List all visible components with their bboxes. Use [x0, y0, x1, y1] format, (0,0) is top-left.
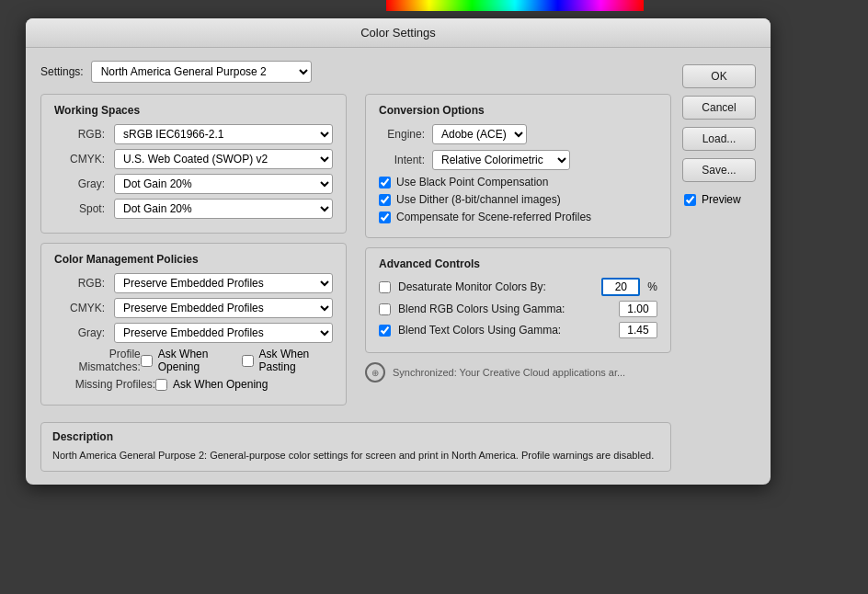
intent-select[interactable]: Relative Colorimetric Perceptual Saturat…	[432, 150, 570, 170]
profile-mismatches-label: Profile Mismatches:	[54, 348, 141, 373]
dither-label: Use Dither (8-bit/channel images)	[396, 193, 561, 206]
scene-referred-row: Compensate for Scene-referred Profiles	[379, 211, 657, 223]
settings-label: Settings:	[40, 65, 84, 78]
description-title: Description	[52, 430, 659, 443]
color-settings-dialog: Color Settings Settings: North America G…	[26, 18, 771, 485]
two-col-layout: Working Spaces RGB: sRGB IEC61966-2.1 Ad…	[40, 94, 671, 415]
blend-rgb-input[interactable]	[619, 301, 657, 317]
cancel-button[interactable]: Cancel	[682, 96, 756, 120]
working-spaces-section: Working Spaces RGB: sRGB IEC61966-2.1 Ad…	[40, 94, 347, 234]
dialog-titlebar: Color Settings	[26, 18, 771, 48]
spot-label: Spot:	[54, 202, 105, 215]
blend-text-row: Blend Text Colors Using Gamma:	[379, 322, 657, 338]
scene-referred-label: Compensate for Scene-referred Profiles	[396, 211, 591, 223]
dialog-body: Settings: North America General Purpose …	[26, 48, 771, 485]
desaturate-input[interactable]	[601, 278, 640, 296]
cm-rgb-row: RGB: Preserve Embedded Profiles Convert …	[54, 273, 333, 293]
preview-checkbox[interactable]	[684, 194, 696, 206]
cmyk-label: CMYK:	[54, 153, 105, 166]
ask-pasting-checkbox[interactable]	[242, 355, 254, 367]
conversion-options-title: Conversion Options	[379, 104, 657, 117]
right-panel: Conversion Options Engine: Adobe (ACE) A…	[365, 94, 671, 415]
preview-label: Preview	[702, 193, 741, 206]
dither-row: Use Dither (8-bit/channel images)	[379, 193, 657, 206]
color-management-title: Color Management Policies	[54, 253, 333, 266]
cm-gray-select[interactable]: Preserve Embedded Profiles Convert to Wo…	[114, 323, 333, 343]
cm-cmyk-row: CMYK: Preserve Embedded Profiles Convert…	[54, 298, 333, 318]
dialog-title: Color Settings	[360, 26, 436, 40]
description-text: North America General Purpose 2: General…	[52, 448, 659, 463]
dialog-main: Settings: North America General Purpose …	[40, 61, 671, 472]
blend-rgb-row: Blend RGB Colors Using Gamma:	[379, 301, 657, 317]
ok-button[interactable]: OK	[682, 64, 756, 88]
settings-row: Settings: North America General Purpose …	[40, 61, 671, 83]
black-point-row: Use Black Point Compensation	[379, 176, 657, 188]
sync-icon: ⊕	[365, 362, 385, 383]
ask-opening-missing-checkbox[interactable]	[155, 379, 167, 391]
conversion-options-section: Conversion Options Engine: Adobe (ACE) A…	[365, 94, 671, 238]
cm-gray-row: Gray: Preserve Embedded Profiles Convert…	[54, 323, 333, 343]
advanced-controls-section: Advanced Controls Desaturate Monitor Col…	[365, 247, 671, 353]
blend-rgb-label: Blend RGB Colors Using Gamma:	[398, 303, 611, 315]
ask-when-opening-mismatch: Ask When Opening	[158, 348, 236, 373]
cm-rgb-select[interactable]: Preserve Embedded Profiles Convert to Wo…	[114, 273, 333, 293]
dither-checkbox[interactable]	[379, 194, 391, 206]
color-bar	[386, 0, 644, 11]
cm-cmyk-select[interactable]: Preserve Embedded Profiles Convert to Wo…	[114, 298, 333, 318]
settings-dropdown[interactable]: North America General Purpose 2 North Am…	[91, 61, 312, 83]
blend-text-input[interactable]	[619, 322, 657, 338]
desaturate-label: Desaturate Monitor Colors By:	[398, 280, 594, 293]
blend-text-label: Blend Text Colors Using Gamma:	[398, 324, 611, 337]
cm-rgb-label: RGB:	[54, 277, 105, 290]
ask-when-pasting: Ask When Pasting	[259, 348, 333, 373]
profile-mismatches-row: Profile Mismatches: Ask When Opening Ask…	[54, 348, 333, 373]
blend-text-checkbox[interactable]	[379, 325, 391, 337]
color-management-section: Color Management Policies RGB: Preserve …	[40, 243, 347, 406]
spot-field-row: Spot: Dot Gain 20% Dot Gain 10%	[54, 199, 333, 219]
spot-select[interactable]: Dot Gain 20% Dot Gain 10%	[114, 199, 333, 219]
desaturate-row: Desaturate Monitor Colors By: %	[379, 278, 657, 296]
cm-cmyk-label: CMYK:	[54, 302, 105, 314]
black-point-checkbox[interactable]	[379, 177, 391, 188]
missing-profiles-row: Missing Profiles: Ask When Opening	[54, 378, 333, 391]
intent-row: Intent: Relative Colorimetric Perceptual…	[379, 150, 657, 170]
black-point-label: Use Black Point Compensation	[396, 176, 548, 188]
ask-opening-mismatch-checkbox[interactable]	[141, 355, 153, 367]
engine-label: Engine:	[379, 128, 425, 141]
blend-rgb-checkbox[interactable]	[379, 303, 391, 315]
sync-row: ⊕ Synchronized: Your Creative Cloud appl…	[365, 362, 671, 383]
missing-profiles-label: Missing Profiles:	[54, 378, 155, 391]
rgb-label: RGB:	[54, 128, 105, 141]
desaturate-unit: %	[647, 280, 657, 293]
sync-text: Synchronized: Your Creative Cloud applic…	[393, 367, 625, 378]
gray-field-row: Gray: Dot Gain 20% Dot Gain 10%	[54, 174, 333, 194]
engine-select[interactable]: Adobe (ACE) Apple CMM	[432, 124, 527, 144]
scene-referred-checkbox[interactable]	[379, 211, 391, 223]
gray-label: Gray:	[54, 177, 105, 190]
load-button[interactable]: Load...	[682, 127, 756, 151]
left-panel: Working Spaces RGB: sRGB IEC61966-2.1 Ad…	[40, 94, 347, 415]
description-section: Description North America General Purpos…	[40, 422, 671, 472]
cmyk-field-row: CMYK: U.S. Web Coated (SWOP) v2 U.S. She…	[54, 149, 333, 169]
preview-row: Preview	[682, 193, 756, 206]
advanced-controls-title: Advanced Controls	[379, 257, 657, 270]
engine-row: Engine: Adobe (ACE) Apple CMM	[379, 124, 657, 144]
rgb-field-row: RGB: sRGB IEC61966-2.1 Adobe RGB (1998)	[54, 124, 333, 144]
dialog-buttons: OK Cancel Load... Save... Preview	[682, 61, 756, 472]
cmyk-select[interactable]: U.S. Web Coated (SWOP) v2 U.S. Sheetfed …	[114, 149, 333, 169]
gray-select[interactable]: Dot Gain 20% Dot Gain 10%	[114, 174, 333, 194]
save-button[interactable]: Save...	[682, 158, 756, 182]
desaturate-checkbox[interactable]	[379, 281, 391, 293]
ask-when-opening-missing: Ask When Opening	[173, 378, 268, 391]
working-spaces-title: Working Spaces	[54, 104, 333, 117]
rgb-select[interactable]: sRGB IEC61966-2.1 Adobe RGB (1998)	[114, 124, 333, 144]
cm-gray-label: Gray:	[54, 326, 105, 339]
intent-label: Intent:	[379, 154, 425, 166]
